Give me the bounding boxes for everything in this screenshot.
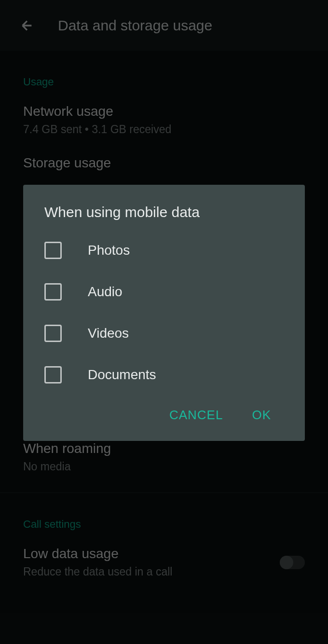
videos-option[interactable]: Videos: [44, 325, 284, 342]
mobile-data-dialog: When using mobile data Photos Audio Vide…: [23, 185, 305, 441]
documents-label: Documents: [88, 367, 156, 383]
audio-label: Audio: [88, 284, 123, 300]
photos-checkbox[interactable]: [44, 242, 62, 259]
dialog-actions: CANCEL OK: [44, 408, 284, 431]
videos-label: Videos: [88, 326, 129, 341]
audio-option[interactable]: Audio: [44, 283, 284, 301]
documents-option[interactable]: Documents: [44, 366, 284, 384]
audio-checkbox[interactable]: [44, 283, 62, 301]
ok-button[interactable]: OK: [252, 408, 271, 423]
documents-checkbox[interactable]: [44, 366, 62, 384]
cancel-button[interactable]: CANCEL: [169, 408, 223, 423]
photos-label: Photos: [88, 243, 130, 258]
videos-checkbox[interactable]: [44, 325, 62, 342]
dialog-title: When using mobile data: [44, 204, 284, 220]
photos-option[interactable]: Photos: [44, 242, 284, 259]
